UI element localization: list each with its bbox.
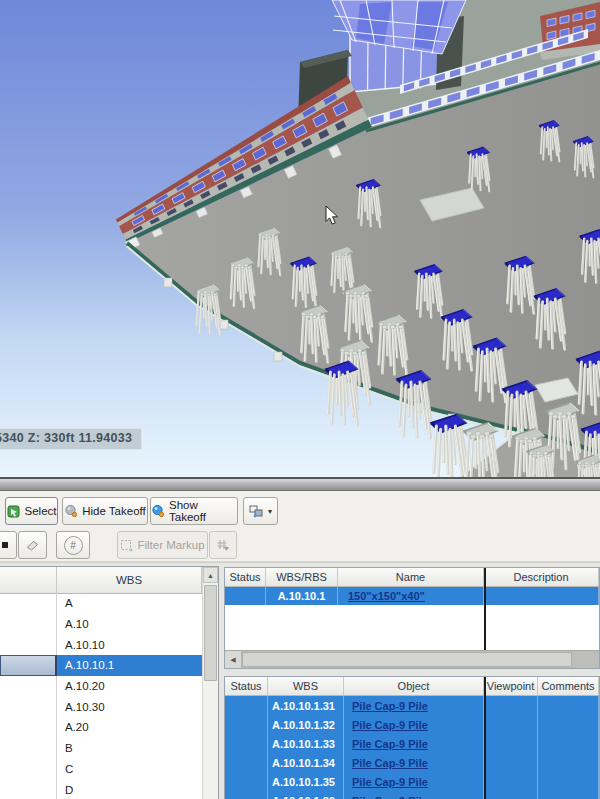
- object-cell: Pile Cap-9 Pile: [344, 696, 484, 715]
- takeoff-name-link[interactable]: 150"x150"x40": [348, 590, 425, 602]
- select-label: Select: [25, 505, 57, 517]
- vertical-scrollbar[interactable]: ▲: [202, 567, 218, 799]
- filter-markup-button[interactable]: Filter Markup: [117, 531, 208, 559]
- name-cell: 150"x150"x40": [338, 587, 484, 605]
- status-cell: [225, 587, 266, 605]
- wbs-column-header[interactable]: WBS: [57, 567, 202, 593]
- column-header-description[interactable]: Description: [484, 568, 599, 586]
- scrollbar-thumb[interactable]: [204, 585, 217, 681]
- table-row[interactable]: A.10.10.1.36Pile Cap-9 Pile: [225, 791, 599, 799]
- wbs-item-label: A.10: [57, 614, 202, 635]
- wbs-cell: A.10.10.1.34: [268, 753, 344, 772]
- select-icon: [7, 504, 21, 518]
- wbs-item-label: A.10.10: [57, 634, 202, 655]
- wbs-list-item[interactable]: A.20: [0, 717, 202, 738]
- table-row[interactable]: A.10.10.1.35Pile Cap-9 Pile: [225, 772, 599, 791]
- table-row[interactable]: A.10.10.1.32Pile Cap-9 Pile: [225, 715, 599, 734]
- wbs-list-item[interactable]: A.10.30: [0, 696, 202, 717]
- object-link[interactable]: Pile Cap-9 Pile: [352, 795, 428, 799]
- wbs-item-label: A.10.10.1: [57, 655, 202, 676]
- show-takeoff-button[interactable]: Show Takeoff: [150, 497, 238, 525]
- scroll-left-icon[interactable]: ◀: [225, 651, 242, 668]
- status-cell: [225, 715, 268, 734]
- row-selector-cell[interactable]: [0, 696, 57, 717]
- viewpoint-cell: [484, 696, 538, 715]
- scroll-up-icon[interactable]: ▲: [203, 567, 218, 583]
- takeoff-items-table: Status WBS Object Viewpoint Comments A.1…: [224, 676, 600, 799]
- object-link[interactable]: Pile Cap-9 Pile: [352, 757, 428, 769]
- object-link[interactable]: Pile Cap-9 Pile: [352, 738, 428, 750]
- status-cell: [225, 753, 268, 772]
- wbs-item-label: A.10.20: [57, 676, 202, 697]
- wbs-cell: A.10.10.1.32: [268, 715, 344, 734]
- app-window: 5340 Z: 330ft 11.94033 Select Hide Takeo…: [0, 0, 600, 799]
- takeoff-toolbar: Select Hide Takeoff Show Takeoff ▾ fx: [0, 491, 600, 562]
- wbs-list-item[interactable]: A.10.10.1: [0, 655, 202, 676]
- object-cell: Pile Cap-9 Pile: [344, 791, 484, 799]
- description-cell: [484, 587, 599, 605]
- scrollbar-thumb[interactable]: [242, 652, 572, 667]
- wbs-list-item[interactable]: D: [0, 779, 202, 799]
- comments-cell: [538, 753, 599, 772]
- row-selector-cell[interactable]: [0, 779, 57, 799]
- grid-number-icon: [216, 538, 230, 552]
- table-row[interactable]: A.10.10.1150"x150"x40": [225, 587, 599, 605]
- hide-takeoff-icon: [64, 504, 78, 518]
- object-link[interactable]: Pile Cap-9 Pile: [352, 700, 428, 712]
- eraser-button[interactable]: [18, 531, 47, 559]
- row-selector-cell[interactable]: [0, 593, 57, 614]
- row-selector-cell[interactable]: [0, 717, 57, 738]
- markup-color-button[interactable]: [0, 531, 17, 559]
- 3d-viewport[interactable]: 5340 Z: 330ft 11.94033: [0, 0, 600, 477]
- row-selector-cell[interactable]: [0, 634, 57, 655]
- table-row[interactable]: A.10.10.1.34Pile Cap-9 Pile: [225, 753, 599, 772]
- wbs-panel: WBS AA.10A.10.10A.10.10.1A.10.20A.10.30A…: [0, 566, 219, 799]
- wbs-list-item[interactable]: B: [0, 738, 202, 759]
- column-header-viewpoint[interactable]: Viewpoint: [484, 677, 538, 695]
- hash-circle-icon: #: [64, 536, 83, 555]
- row-selector-cell[interactable]: [0, 676, 57, 697]
- column-header-object[interactable]: Object: [344, 677, 484, 695]
- select-button[interactable]: Select: [5, 497, 58, 525]
- wbs-list-item[interactable]: C: [0, 759, 202, 780]
- wbs-item-label: A: [57, 593, 202, 614]
- frozen-pane-divider: [484, 677, 486, 799]
- hide-takeoff-button[interactable]: Hide Takeoff: [62, 497, 148, 525]
- wbs-item-label: A.10.30: [57, 696, 202, 717]
- row-selector-cell[interactable]: [0, 738, 57, 759]
- coordinate-readout: 5340 Z: 330ft 11.94033: [0, 428, 142, 450]
- row-selector-cell[interactable]: [0, 614, 57, 635]
- comments-cell: [538, 772, 599, 791]
- renumber-button[interactable]: [209, 531, 237, 559]
- selection-box-icon: [120, 539, 133, 552]
- row-selector-cell[interactable]: [0, 759, 57, 780]
- wbs-cell: A.10.10.1.33: [268, 734, 344, 753]
- column-header-wbsrbs[interactable]: WBS/RBS: [266, 568, 338, 586]
- table-row[interactable]: A.10.10.1.33Pile Cap-9 Pile: [225, 734, 599, 753]
- show-takeoff-label: Show Takeoff: [169, 499, 237, 523]
- wbs-list-item[interactable]: A: [0, 593, 202, 614]
- column-header-comments[interactable]: Comments: [538, 677, 599, 695]
- horizontal-splitter[interactable]: [0, 477, 600, 491]
- column-header-name[interactable]: Name: [338, 568, 484, 586]
- takeoff-table-header: Status WBS/RBS Name Description: [225, 568, 599, 587]
- status-cell: [225, 791, 268, 799]
- viewpoint-options-dropdown[interactable]: ▾: [243, 497, 278, 525]
- wbs-list-item[interactable]: A.10.10: [0, 634, 202, 655]
- object-link[interactable]: Pile Cap-9 Pile: [352, 719, 428, 731]
- column-header-wbs[interactable]: WBS: [268, 677, 344, 695]
- column-header-status[interactable]: Status: [225, 677, 268, 695]
- wbs-item-label: C: [57, 759, 202, 780]
- row-selector-cell[interactable]: [0, 655, 57, 676]
- wbs-list-item[interactable]: A.10: [0, 614, 202, 635]
- status-cell: [225, 734, 268, 753]
- number-markup-button[interactable]: #: [56, 531, 90, 559]
- horizontal-scrollbar[interactable]: ◀: [225, 650, 599, 668]
- items-table-body: A.10.10.1.31Pile Cap-9 PileA.10.10.1.32P…: [225, 692, 599, 799]
- wbs-list-item[interactable]: A.10.20: [0, 676, 202, 697]
- table-row[interactable]: A.10.10.1.31Pile Cap-9 Pile: [225, 696, 599, 715]
- filter-markup-label: Filter Markup: [137, 539, 204, 551]
- object-link[interactable]: Pile Cap-9 Pile: [352, 776, 428, 788]
- column-header-status[interactable]: Status: [225, 568, 266, 586]
- wbs-item-label: D: [57, 779, 202, 799]
